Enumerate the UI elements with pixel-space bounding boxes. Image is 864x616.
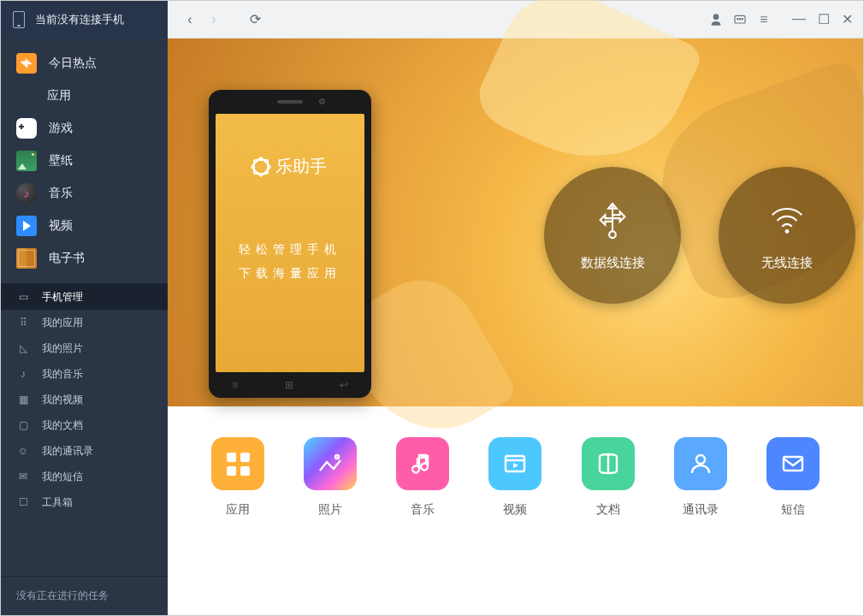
tile-label: 应用 — [226, 502, 250, 518]
tile-sms[interactable]: 短信 — [766, 437, 820, 518]
note-icon: ♪ — [16, 367, 30, 381]
sub-label: 我的应用 — [42, 316, 83, 330]
phone-screen: 乐助手 轻松管理手机 下载海量应用 — [216, 114, 364, 372]
book-icon — [16, 248, 37, 269]
nav-item-hot[interactable]: 今日热点 — [1, 47, 168, 80]
usb-label: 数据线连接 — [581, 255, 645, 271]
hero-banner: 乐助手 轻松管理手机 下载海量应用 ≡⊞↩ 数据线连接 无线连接 — [168, 38, 863, 406]
svg-point-1 — [737, 18, 738, 19]
toolbar-right: ≡ — ☐ ✕ — [708, 11, 853, 27]
sidebar-nav-top: 今日热点 应用 游戏 壁纸 音乐 视频 电子书 — [1, 38, 168, 275]
nav-item-games[interactable]: 游戏 — [1, 112, 168, 145]
slogan-line: 下载海量应用 — [239, 262, 341, 286]
svg-rect-10 — [784, 457, 802, 471]
sub-label: 我的音乐 — [42, 367, 83, 382]
tile-label: 短信 — [781, 502, 805, 518]
main-panel: ‹ › ⟳ ≡ — ☐ ✕ — [168, 1, 863, 615]
phone-nav-bar: ≡⊞↩ — [209, 379, 371, 391]
sidebar-sub: ▭手机管理 ⠿我的应用 ◺我的照片 ♪我的音乐 ▦我的视频 ▢我的文档 ☺我的通… — [1, 284, 168, 515]
tile-label: 音乐 — [411, 502, 435, 518]
tile-apps[interactable]: 应用 — [211, 437, 264, 518]
task-status: 没有正在进行的任务 — [1, 576, 168, 615]
connection-buttons: 数据线连接 无线连接 — [544, 167, 855, 304]
sub-my-contacts[interactable]: ☺我的通讯录 — [1, 438, 168, 464]
sub-phone-manage[interactable]: ▭手机管理 — [1, 284, 168, 310]
sub-toolbox[interactable]: ☐工具箱 — [1, 489, 168, 515]
nav-label: 电子书 — [49, 251, 85, 266]
film-icon: ▦ — [16, 393, 30, 406]
usb-connect-button[interactable]: 数据线连接 — [544, 167, 681, 304]
message-icon[interactable] — [732, 12, 748, 27]
toolbox-icon: ☐ — [16, 495, 30, 509]
sub-label: 我的通讯录 — [42, 444, 93, 459]
sub-my-photos[interactable]: ◺我的照片 — [1, 335, 168, 361]
back-button[interactable]: ‹ — [178, 8, 202, 32]
nav-label: 游戏 — [49, 121, 73, 136]
photo-tile-icon — [304, 437, 357, 490]
music-tile-icon — [396, 437, 449, 490]
close-button[interactable]: ✕ — [842, 11, 853, 27]
user-icon[interactable] — [708, 12, 724, 27]
sub-my-docs[interactable]: ▢我的文档 — [1, 412, 168, 438]
phone-app-logo: 乐助手 — [253, 155, 327, 178]
grid-icon: ⠿ — [16, 316, 30, 329]
nav-item-ebook[interactable]: 电子书 — [1, 242, 168, 275]
usb-icon — [593, 200, 632, 240]
sub-my-apps[interactable]: ⠿我的应用 — [1, 310, 168, 335]
category-tiles: 应用 照片 音乐 视频 文档 通讯录 — [168, 406, 863, 615]
gamepad-icon — [16, 118, 37, 139]
svg-point-5 — [335, 455, 339, 459]
connection-status: 当前没有连接手机 — [35, 12, 124, 27]
sub-my-sms[interactable]: ✉我的短信 — [1, 464, 168, 489]
tile-label: 文档 — [596, 502, 620, 518]
sub-my-music[interactable]: ♪我的音乐 — [1, 361, 168, 387]
logo-icon — [253, 159, 269, 175]
sub-my-video[interactable]: ▦我的视频 — [1, 387, 168, 412]
nav-item-apps[interactable]: 应用 — [1, 80, 168, 112]
refresh-button[interactable]: ⟳ — [243, 8, 267, 32]
sidebar-header: 当前没有连接手机 — [1, 1, 168, 38]
video-tile-icon — [488, 437, 541, 490]
window-controls: — ☐ ✕ — [792, 11, 853, 27]
sub-label: 工具箱 — [42, 495, 73, 510]
phone-icon: ▭ — [16, 290, 30, 304]
sub-label: 我的照片 — [42, 341, 83, 356]
docs-tile-icon — [582, 437, 635, 490]
nav-label: 视频 — [49, 218, 73, 234]
sms-tile-icon — [766, 437, 820, 490]
svg-point-4 — [785, 229, 790, 234]
svg-point-2 — [739, 18, 740, 19]
tile-photos[interactable]: 照片 — [304, 437, 357, 518]
music-icon — [16, 183, 37, 204]
video-icon — [16, 216, 37, 236]
phone-outline-icon — [13, 11, 25, 28]
forward-button[interactable]: › — [202, 8, 226, 32]
maximize-button[interactable]: ☐ — [818, 11, 830, 27]
nav-item-wallpaper[interactable]: 壁纸 — [1, 145, 168, 177]
svg-point-3 — [742, 18, 743, 19]
nav-item-music[interactable]: 音乐 — [1, 177, 168, 210]
tile-label: 通讯录 — [683, 502, 719, 518]
contact-icon: ☺ — [16, 444, 30, 458]
wifi-connect-button[interactable]: 无线连接 — [719, 167, 855, 304]
sub-label: 我的视频 — [42, 393, 83, 407]
apps-icon — [16, 86, 35, 105]
tile-label: 照片 — [318, 502, 342, 518]
apps-tile-icon — [211, 437, 264, 490]
phone-speaker — [277, 100, 303, 104]
svg-marker-8 — [513, 463, 518, 468]
doc-icon: ▢ — [16, 418, 30, 432]
wifi-label: 无线连接 — [761, 255, 813, 271]
minimize-button[interactable]: — — [792, 11, 806, 27]
wallpaper-icon — [16, 151, 37, 171]
contact-tile-icon — [674, 437, 727, 490]
tile-music[interactable]: 音乐 — [396, 437, 449, 518]
nav-item-video[interactable]: 视频 — [1, 210, 168, 242]
tile-docs[interactable]: 文档 — [582, 437, 635, 518]
nav-label: 今日热点 — [49, 56, 97, 71]
app-window: 当前没有连接手机 今日热点 应用 游戏 壁纸 音乐 视频 电子书 ▭手机管理 ⠿… — [0, 0, 864, 616]
menu-icon[interactable]: ≡ — [756, 12, 772, 27]
tile-video[interactable]: 视频 — [488, 437, 541, 518]
tile-contacts[interactable]: 通讯录 — [674, 437, 727, 518]
phone-camera — [319, 98, 325, 104]
